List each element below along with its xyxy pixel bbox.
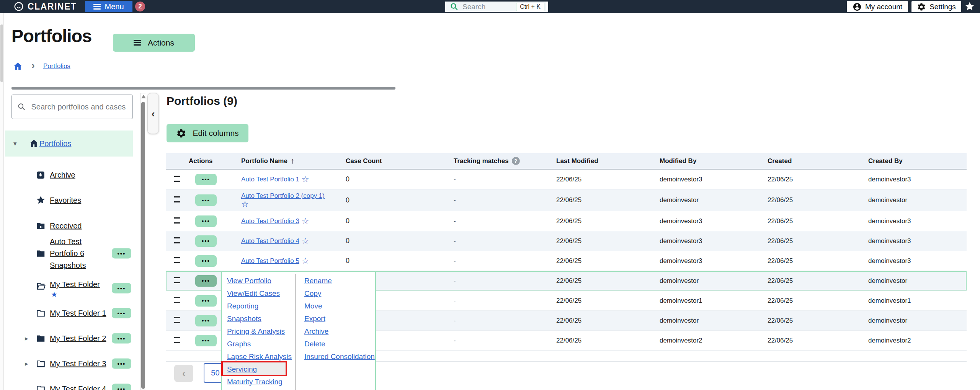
sidebar-item-label[interactable]: Received xyxy=(50,222,82,230)
sidebar-item-portfolios[interactable]: ▾ Portfolios xyxy=(5,131,133,157)
portfolio-name-link[interactable]: Auto Test Portfolio 2 (copy 1) xyxy=(241,192,325,200)
sidebar-item-label[interactable]: My Test Folder 1 xyxy=(50,309,106,318)
drag-handle-icon[interactable] xyxy=(174,237,180,243)
row-actions-button[interactable]: ••• xyxy=(195,174,217,185)
menu-button[interactable]: Menu xyxy=(85,1,132,12)
previous-page-button[interactable]: ‹ xyxy=(174,365,193,382)
portfolio-name-link[interactable]: Auto Test Portfolio 4 xyxy=(241,237,299,245)
scroll-up-arrow[interactable] xyxy=(141,95,146,98)
menu-item-lapse-risk-analysis[interactable]: Lapse Risk Analysis xyxy=(227,350,292,363)
menu-item-graphs[interactable]: Graphs xyxy=(227,338,292,350)
menu-item-view-portfolio[interactable]: View Portfolio xyxy=(227,274,292,287)
favorite-star-icon[interactable]: ☆ xyxy=(302,237,309,245)
folder-menu-button[interactable]: ••• xyxy=(112,384,131,390)
menu-item-export[interactable]: Export xyxy=(304,312,375,325)
actions-button[interactable]: Actions xyxy=(113,34,195,52)
sidebar-item-label[interactable]: My Test Folder 4 xyxy=(50,385,106,390)
page-scrollbar-thumb[interactable] xyxy=(0,24,3,82)
menu-item-servicing[interactable]: Servicing xyxy=(227,363,292,375)
menu-item-move[interactable]: Move xyxy=(304,300,375,312)
row-actions-button[interactable]: ••• xyxy=(195,295,217,307)
ellipsis-icon: ••• xyxy=(118,286,126,291)
drag-handle-icon[interactable] xyxy=(174,176,180,182)
sidebar-item-label[interactable]: Archive xyxy=(50,171,75,179)
portfolio-name-link[interactable]: Auto Test Portfolio 1 xyxy=(241,176,299,183)
menu-item-insured-consolidation[interactable]: Insured Consolidation xyxy=(304,350,375,363)
caret-right-icon[interactable]: ▸ xyxy=(25,360,28,368)
sidebar-item-my-test-folder-3[interactable]: ▸ My Test Folder 3 ••• xyxy=(5,354,133,373)
horizontal-scrollbar[interactable] xyxy=(11,87,395,90)
drag-handle-icon[interactable] xyxy=(174,317,180,323)
sidebar-item-label[interactable]: Portfolios xyxy=(39,139,71,148)
created-by-cell: demoinvestor2 xyxy=(868,337,967,344)
drag-handle-icon[interactable] xyxy=(174,337,180,343)
menu-item-rename[interactable]: Rename xyxy=(304,274,375,287)
sidebar-item-label[interactable]: Auto Test Portfolio 6 Snapshots xyxy=(50,236,93,271)
menu-item-delete[interactable]: Delete xyxy=(304,338,375,350)
folder-menu-button[interactable]: ••• xyxy=(112,333,131,344)
sidebar-item-archive[interactable]: Archive xyxy=(5,165,133,184)
sidebar-search[interactable] xyxy=(11,95,133,119)
settings-button[interactable]: Settings xyxy=(911,1,961,12)
row-actions-button[interactable]: ••• xyxy=(195,194,217,206)
breadcrumb: › Portfolios xyxy=(13,60,70,72)
global-search[interactable]: Search Ctrl + K xyxy=(445,2,548,12)
caret-right-icon[interactable]: ▸ xyxy=(25,335,28,343)
sidebar-item-my-test-folder-4[interactable]: My Test Folder 4 ••• xyxy=(5,379,133,390)
favorite-star-icon[interactable]: ☆ xyxy=(241,200,249,209)
drag-handle-icon[interactable] xyxy=(174,196,180,202)
sidebar-item-received[interactable]: Received xyxy=(5,216,133,235)
help-icon[interactable]: ? xyxy=(512,157,520,165)
row-actions-button[interactable]: ••• xyxy=(195,315,217,326)
favorite-star-icon[interactable]: ☆ xyxy=(302,217,309,225)
sidebar-item-my-test-folder[interactable]: My Test Folder ★ ••• xyxy=(5,276,133,300)
edit-columns-button[interactable]: Edit columns xyxy=(167,124,248,142)
menu-item-reporting[interactable]: Reporting xyxy=(227,300,292,312)
favorites-star-icon[interactable] xyxy=(964,1,975,12)
sidebar-item-my-test-folder-1[interactable]: My Test Folder 1 ••• xyxy=(5,304,133,323)
sidebar-collapse-button[interactable]: ‹ xyxy=(147,93,159,134)
my-account-button[interactable]: My account xyxy=(847,1,908,12)
sidebar-item-label[interactable]: My Test Folder xyxy=(50,280,100,289)
menu-item-maturity-tracking[interactable]: Maturity Tracking xyxy=(227,375,292,388)
row-actions-button[interactable]: ••• xyxy=(195,335,217,346)
page-scrollbar[interactable] xyxy=(0,13,4,390)
favorite-star-icon[interactable]: ☆ xyxy=(302,257,309,265)
row-actions-button[interactable]: ••• xyxy=(195,255,217,267)
row-actions-button[interactable]: ••• xyxy=(195,235,217,247)
row-actions-button[interactable]: ••• xyxy=(195,215,217,227)
created-cell: 22/06/25 xyxy=(768,176,868,183)
sidebar-scrollbar[interactable] xyxy=(140,93,146,390)
breadcrumb-portfolios-link[interactable]: Portfolios xyxy=(43,62,70,70)
favorite-star-icon[interactable]: ☆ xyxy=(302,175,309,184)
row-actions-button-active[interactable]: ••• xyxy=(195,275,217,287)
menu-item-copy[interactable]: Copy xyxy=(304,287,375,300)
column-header-portfolio-name[interactable]: Portfolio Name ↑ xyxy=(241,157,346,165)
menu-item-view-edit-cases[interactable]: View/Edit Cases xyxy=(227,287,292,300)
menu-item-snapshots[interactable]: Snapshots xyxy=(227,312,292,325)
sidebar-item-favorites[interactable]: Favorites xyxy=(5,191,133,210)
sidebar-item-auto-test-portfolio-6-snapshots[interactable]: Auto Test Portfolio 6 Snapshots ••• xyxy=(5,236,133,271)
sidebar-scrollbar-thumb[interactable] xyxy=(141,102,145,389)
menu-item-closing[interactable]: Closing xyxy=(227,388,292,390)
drag-handle-icon[interactable] xyxy=(174,257,180,263)
drag-handle-icon[interactable] xyxy=(174,297,180,303)
portfolio-name-link[interactable]: Auto Test Portfolio 5 xyxy=(241,257,299,265)
folder-menu-button[interactable]: ••• xyxy=(112,283,131,294)
sidebar-item-label[interactable]: My Test Folder 2 xyxy=(50,334,106,343)
home-link[interactable] xyxy=(13,61,23,72)
column-header-actions: Actions xyxy=(189,157,241,165)
folder-menu-button[interactable]: ••• xyxy=(112,248,131,259)
folder-menu-button[interactable]: ••• xyxy=(112,308,131,318)
menu-item-archive[interactable]: Archive xyxy=(304,325,375,338)
caret-down-icon[interactable]: ▾ xyxy=(13,140,17,148)
sidebar-item-my-test-folder-2[interactable]: ▸ My Test Folder 2 ••• xyxy=(5,329,133,348)
menu-item-pricing-analysis[interactable]: Pricing & Analysis xyxy=(227,325,292,338)
drag-handle-icon[interactable] xyxy=(174,217,180,224)
drag-handle-icon[interactable] xyxy=(174,277,180,283)
portfolio-name-link[interactable]: Auto Test Portfolio 3 xyxy=(241,217,299,225)
folder-menu-button[interactable]: ••• xyxy=(112,359,131,369)
sidebar-search-input[interactable] xyxy=(31,102,127,112)
sidebar-item-label[interactable]: My Test Folder 3 xyxy=(50,359,106,368)
sidebar-item-label[interactable]: Favorites xyxy=(50,196,81,205)
